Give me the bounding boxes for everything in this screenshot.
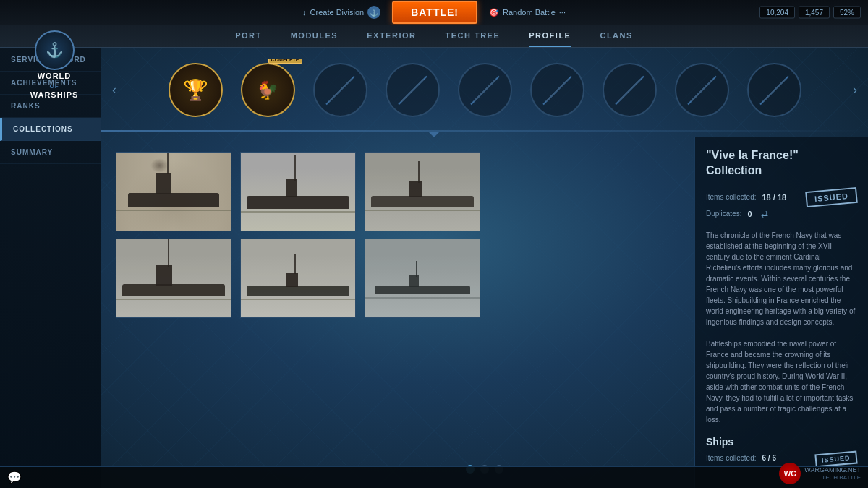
medal-gold-icon-1: 🏆 bbox=[183, 78, 208, 102]
medal-circle-1: 🏆 bbox=[169, 63, 223, 117]
stat-winrate: 52% bbox=[833, 7, 861, 19]
gallery-area bbox=[101, 137, 694, 488]
nav-item-port[interactable]: PORT bbox=[235, 25, 262, 47]
water-line-3 bbox=[365, 210, 480, 211]
gallery-image-1[interactable] bbox=[116, 152, 231, 231]
nav-bar: PORT MODULES EXTERIOR TECH TREE PROFILE … bbox=[0, 25, 868, 48]
lock-line-6 bbox=[542, 75, 571, 104]
img-overlay-2 bbox=[241, 153, 355, 231]
gallery-image-2[interactable] bbox=[240, 152, 356, 231]
lock-line-4 bbox=[398, 75, 427, 104]
ship-tower-3 bbox=[409, 181, 422, 197]
lock-line-8 bbox=[687, 75, 716, 104]
items-collected-value: 18 / 18 bbox=[762, 193, 786, 202]
ship-mast-6 bbox=[416, 261, 417, 277]
lock-line-3 bbox=[326, 75, 354, 104]
medal-item-7[interactable] bbox=[599, 59, 660, 121]
nav-item-tech-tree[interactable]: TECH TREE bbox=[445, 25, 500, 47]
separator-triangle bbox=[428, 132, 440, 137]
arrow-down-icon: ↓ bbox=[302, 8, 307, 17]
medals-next-button[interactable]: › bbox=[849, 79, 861, 101]
sidebar-item-collections[interactable]: COLLECTIONS bbox=[0, 118, 101, 141]
img-overlay-4 bbox=[116, 239, 231, 317]
medal-item-6[interactable] bbox=[527, 59, 588, 121]
stat-credits: 1,457 bbox=[799, 7, 830, 19]
ship-mast-3 bbox=[418, 161, 420, 183]
duplicates-label: Duplicates: bbox=[706, 210, 741, 218]
division-icon: ⚓ bbox=[367, 6, 380, 19]
chat-button[interactable]: 💬 bbox=[0, 471, 29, 484]
medal-circle-8 bbox=[675, 63, 729, 117]
medal-circle-6 bbox=[530, 63, 584, 117]
gallery-image-3[interactable] bbox=[365, 152, 480, 231]
medals-prev-button[interactable]: ‹ bbox=[109, 79, 120, 101]
nav-item-profile[interactable]: PROFILE bbox=[529, 25, 571, 47]
main-content: "Vive la France!" Collection Items colle… bbox=[101, 137, 868, 488]
medal-circle-9 bbox=[747, 63, 801, 117]
exchange-icon: ⇄ bbox=[761, 209, 768, 219]
sidebar: SERVICE RECORD ACHIEVEMENTS RANKS COLLEC… bbox=[0, 48, 101, 488]
img-overlay-3 bbox=[365, 153, 480, 231]
collection-title: "Vive la France!" Collection bbox=[706, 148, 857, 179]
nav-item-modules[interactable]: MODULES bbox=[291, 25, 339, 47]
ship-body-1 bbox=[128, 193, 219, 207]
medal-circle-5 bbox=[458, 63, 512, 117]
duplicates-value: 0 bbox=[747, 210, 752, 218]
lock-line-9 bbox=[760, 75, 788, 104]
top-bar-right: 10,204 1,457 52% bbox=[760, 7, 861, 19]
collection-stats: Items collected: 18 / 18 ISSUED Duplicat… bbox=[706, 189, 857, 219]
collection-description-2: Battleships embodied the naval power of … bbox=[706, 338, 857, 425]
medal-item-3[interactable] bbox=[310, 59, 371, 121]
ship-mast-5 bbox=[294, 254, 296, 274]
medal-item-5[interactable] bbox=[454, 59, 516, 121]
ships-collected-value: 6 / 6 bbox=[762, 454, 775, 462]
medals-list: 🏆 🐓 COMPLETE bbox=[120, 59, 849, 121]
gallery-image-4[interactable] bbox=[116, 239, 231, 318]
lock-line-5 bbox=[470, 75, 499, 104]
ship-tower-4 bbox=[156, 265, 172, 286]
nav-item-clans[interactable]: CLANS bbox=[600, 25, 632, 47]
ship-smoke-1 bbox=[150, 158, 169, 173]
water-line-6 bbox=[365, 297, 480, 299]
wg-text: WARGAMING.NET TECH BATTLE bbox=[804, 466, 861, 481]
water-line-2 bbox=[241, 211, 355, 213]
water-line-4 bbox=[116, 299, 231, 300]
sidebar-item-summary[interactable]: SUMMARY bbox=[0, 141, 101, 164]
medal-item-4[interactable] bbox=[382, 59, 443, 121]
bottom-bar: 💬 WG WARGAMING.NET TECH BATTLE bbox=[0, 466, 868, 488]
ships-collected-label: Items collected: bbox=[706, 454, 756, 462]
ships-section: Ships Items collected: 6 / 6 ISSUED bbox=[706, 436, 857, 466]
medal-item-8[interactable] bbox=[671, 59, 733, 121]
nav-items: PORT MODULES EXTERIOR TECH TREE PROFILE … bbox=[235, 25, 633, 47]
top-bar-center: ↓ Create Division ⚓ BATTLE! 🎯 Random Bat… bbox=[297, 1, 571, 24]
nav-item-exterior[interactable]: EXTERIOR bbox=[367, 25, 416, 47]
ships-title: Ships bbox=[706, 436, 857, 448]
ship-body-5 bbox=[247, 286, 349, 296]
medal-item-1[interactable]: 🏆 bbox=[165, 59, 226, 121]
img-overlay-1 bbox=[116, 153, 231, 231]
gallery-row-1 bbox=[116, 152, 680, 231]
stat-row-duplicates: Duplicates: 0 ⇄ bbox=[706, 209, 857, 219]
items-collected-label: Items collected: bbox=[706, 193, 756, 201]
medal-item-2[interactable]: 🐓 COMPLETE bbox=[237, 59, 299, 121]
medal-item-9[interactable] bbox=[744, 59, 805, 121]
collection-description-1: The chronicle of the French Navy that wa… bbox=[706, 230, 857, 328]
logo-emblem: ⚓ bbox=[35, 30, 75, 70]
gallery-row-2 bbox=[116, 239, 680, 318]
create-division-button[interactable]: ↓ Create Division ⚓ bbox=[297, 6, 386, 19]
random-battle-button[interactable]: 🎯 Random Battle ··· bbox=[483, 8, 571, 17]
medal-circle-7 bbox=[603, 63, 657, 117]
battle-button[interactable]: BATTLE! bbox=[392, 1, 477, 24]
gallery-image-5[interactable] bbox=[240, 239, 356, 318]
ship-tower-6 bbox=[409, 275, 419, 287]
ship-body-2 bbox=[247, 196, 349, 209]
ship-body-4 bbox=[122, 284, 225, 296]
gallery-image-6[interactable] bbox=[365, 239, 480, 318]
medal-circle-3 bbox=[313, 63, 367, 117]
random-battle-label: Random Battle bbox=[503, 8, 556, 17]
img-overlay-6 bbox=[365, 239, 480, 317]
medal-silver-icon-2: 🐓 bbox=[257, 80, 278, 100]
stat-row-items: Items collected: 18 / 18 ISSUED bbox=[706, 189, 857, 205]
ship-tower-2 bbox=[286, 179, 297, 197]
ship-mast-4 bbox=[168, 239, 169, 267]
